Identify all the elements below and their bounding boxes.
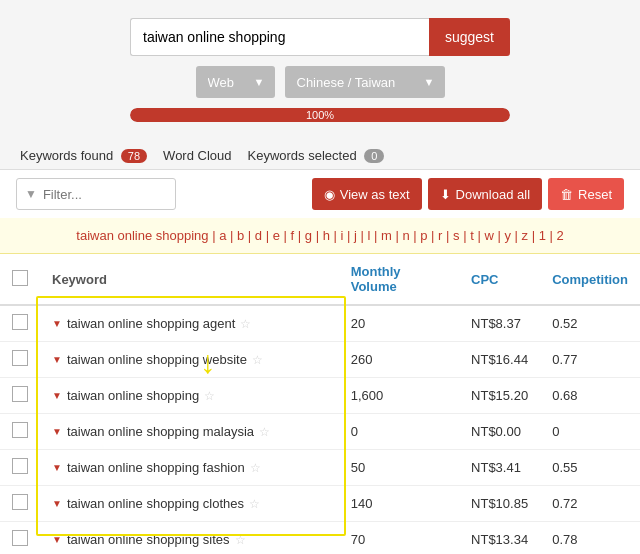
breadcrumb-letter-z[interactable]: z	[522, 228, 529, 243]
breadcrumb-letter-r[interactable]: r	[438, 228, 442, 243]
col-competition: Competition	[540, 254, 640, 305]
breadcrumb-letter-i[interactable]: i	[340, 228, 343, 243]
row-checkbox-0[interactable]	[12, 314, 28, 330]
star-icon-5[interactable]: ☆	[249, 497, 260, 511]
tab-keywords-found[interactable]: Keywords found 78	[20, 148, 147, 163]
row-checkbox-2[interactable]	[12, 386, 28, 402]
star-icon-3[interactable]: ☆	[259, 425, 270, 439]
table-row: ▼ taiwan online shopping sites ☆ 70 NT$1…	[0, 522, 640, 555]
suggest-button[interactable]: suggest	[429, 18, 510, 56]
keyword-cell-6: ▼ taiwan online shopping sites ☆	[40, 522, 339, 555]
breadcrumb-letter-1[interactable]: 1	[539, 228, 546, 243]
expand-icon-1[interactable]: ▼	[52, 354, 62, 365]
language-dropdown[interactable]: Chinese / Taiwan English / US	[285, 66, 445, 98]
star-icon-1[interactable]: ☆	[252, 353, 263, 367]
row-checkbox-1[interactable]	[12, 350, 28, 366]
view-as-text-label: View as text	[340, 187, 410, 202]
col-checkbox[interactable]	[0, 254, 40, 305]
breadcrumb-letter-b[interactable]: b	[237, 228, 244, 243]
breadcrumb-letter-w[interactable]: w	[484, 228, 493, 243]
tab-word-cloud[interactable]: Word Cloud	[163, 148, 231, 163]
row-checkbox-6[interactable]	[12, 530, 28, 546]
row-checkbox-3[interactable]	[12, 422, 28, 438]
breadcrumb-letter-l[interactable]: l	[367, 228, 370, 243]
breadcrumb-letter-t[interactable]: t	[470, 228, 474, 243]
type-dropdown[interactable]: Web Image News	[196, 66, 275, 98]
download-icon: ⬇	[440, 187, 451, 202]
keyword-cell-4: ▼ taiwan online shopping fashion ☆	[40, 450, 339, 486]
keyword-text-1: taiwan online shopping website	[67, 352, 247, 367]
tab-keywords-selected[interactable]: Keywords selected 0	[248, 148, 385, 163]
download-all-label: Download all	[456, 187, 530, 202]
reset-button[interactable]: 🗑 Reset	[548, 178, 624, 210]
search-input[interactable]	[130, 18, 429, 56]
volume-cell-6: 70	[339, 522, 459, 555]
download-all-button[interactable]: ⬇ Download all	[428, 178, 542, 210]
breadcrumb-letter-y[interactable]: y	[504, 228, 511, 243]
col-keyword: Keyword	[40, 254, 339, 305]
row-checkbox-cell[interactable]	[0, 378, 40, 414]
competition-cell-5: 0.72	[540, 486, 640, 522]
table-row: ▼ taiwan online shopping website ☆ 260 N…	[0, 342, 640, 378]
breadcrumb-letter-n[interactable]: n	[402, 228, 409, 243]
table-row: ▼ taiwan online shopping malaysia ☆ 0 NT…	[0, 414, 640, 450]
breadcrumb-letter-e[interactable]: e	[273, 228, 280, 243]
breadcrumb-main: taiwan online shopping |	[76, 228, 219, 243]
keyword-text-4: taiwan online shopping fashion	[67, 460, 245, 475]
keywords-selected-badge: 0	[364, 149, 384, 163]
select-all-checkbox[interactable]	[12, 270, 28, 286]
view-as-text-icon: ◉	[324, 187, 335, 202]
star-icon-4[interactable]: ☆	[250, 461, 261, 475]
expand-icon-5[interactable]: ▼	[52, 498, 62, 509]
competition-cell-4: 0.55	[540, 450, 640, 486]
row-checkbox-cell[interactable]	[0, 486, 40, 522]
breadcrumb-letter-a[interactable]: a	[219, 228, 226, 243]
cpc-cell-2: NT$15.20	[459, 378, 540, 414]
volume-cell-2: 1,600	[339, 378, 459, 414]
col-monthly-volume: Monthly Volume	[339, 254, 459, 305]
row-checkbox-cell[interactable]	[0, 305, 40, 342]
reset-label: Reset	[578, 187, 612, 202]
filter-input[interactable]	[43, 187, 167, 202]
keyword-text-2: taiwan online shopping	[67, 388, 199, 403]
keyword-text-5: taiwan online shopping clothes	[67, 496, 244, 511]
breadcrumb-letter-d[interactable]: d	[255, 228, 262, 243]
star-icon-0[interactable]: ☆	[240, 317, 251, 331]
breadcrumb-letter-m[interactable]: m	[381, 228, 392, 243]
keyword-cell-1: ▼ taiwan online shopping website ☆	[40, 342, 339, 378]
expand-icon-0[interactable]: ▼	[52, 318, 62, 329]
keywords-table: Keyword Monthly Volume CPC Competition ▼…	[0, 254, 640, 554]
breadcrumb-letter-s[interactable]: s	[453, 228, 460, 243]
volume-cell-1: 260	[339, 342, 459, 378]
expand-icon-2[interactable]: ▼	[52, 390, 62, 401]
breadcrumb-letter-p[interactable]: p	[420, 228, 427, 243]
row-checkbox-cell[interactable]	[0, 414, 40, 450]
breadcrumb-letter-h[interactable]: h	[323, 228, 330, 243]
keyword-cell-2: ▼ taiwan online shopping ☆	[40, 378, 339, 414]
breadcrumb-letter-j[interactable]: j	[354, 228, 357, 243]
cpc-cell-5: NT$10.85	[459, 486, 540, 522]
breadcrumb-letter-2[interactable]: 2	[556, 228, 563, 243]
row-checkbox-5[interactable]	[12, 494, 28, 510]
competition-cell-0: 0.52	[540, 305, 640, 342]
row-checkbox-cell[interactable]	[0, 450, 40, 486]
toolbar: ▼ ◉ View as text ⬇ Download all 🗑 Reset	[0, 170, 640, 218]
row-checkbox-4[interactable]	[12, 458, 28, 474]
expand-icon-3[interactable]: ▼	[52, 426, 62, 437]
breadcrumb-letter-f[interactable]: f	[291, 228, 295, 243]
tabs-row: Keywords found 78 Word Cloud Keywords se…	[0, 138, 640, 170]
row-checkbox-cell[interactable]	[0, 342, 40, 378]
expand-icon-6[interactable]: ▼	[52, 534, 62, 545]
row-checkbox-cell[interactable]	[0, 522, 40, 555]
star-icon-6[interactable]: ☆	[235, 533, 246, 547]
view-as-text-button[interactable]: ◉ View as text	[312, 178, 422, 210]
star-icon-2[interactable]: ☆	[204, 389, 215, 403]
reset-icon: 🗑	[560, 187, 573, 202]
keyword-cell-3: ▼ taiwan online shopping malaysia ☆	[40, 414, 339, 450]
table-row: ▼ taiwan online shopping agent ☆ 20 NT$8…	[0, 305, 640, 342]
expand-icon-4[interactable]: ▼	[52, 462, 62, 473]
type-dropdown-wrapper: Web Image News ▼	[196, 66, 275, 98]
competition-cell-2: 0.68	[540, 378, 640, 414]
breadcrumb-letter-g[interactable]: g	[305, 228, 312, 243]
breadcrumb-row: taiwan online shopping | a | b | d | e |…	[0, 218, 640, 254]
